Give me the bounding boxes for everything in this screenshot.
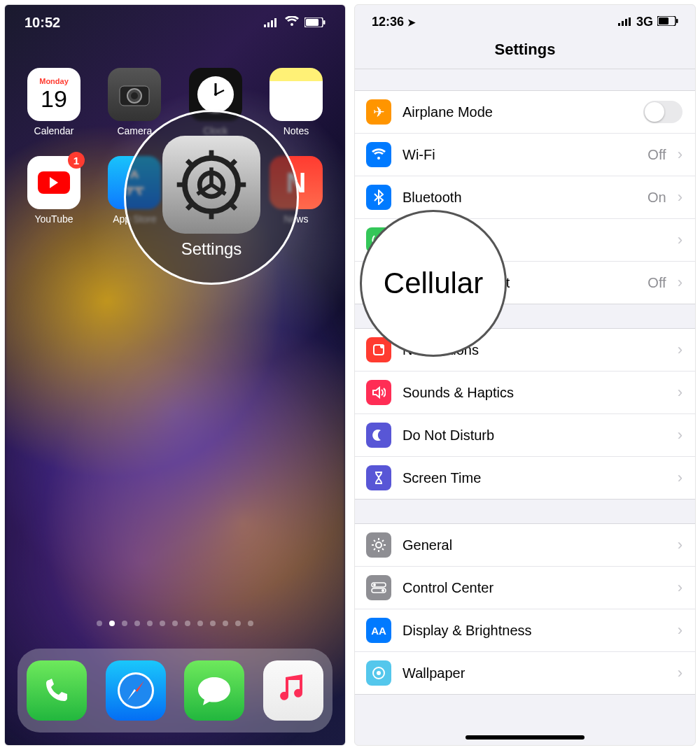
svg-line-35 — [187, 204, 192, 209]
cell-value: Off — [648, 275, 666, 291]
svg-point-65 — [382, 589, 384, 592]
svg-point-53 — [376, 542, 382, 548]
chevron-right-icon: › — [678, 426, 682, 444]
dock-phone[interactable] — [27, 660, 87, 721]
cell-control-center[interactable]: Control Center › — [355, 567, 695, 609]
cell-airplane[interactable]: ✈ Airplane Mode — [355, 91, 695, 134]
svg-line-58 — [374, 540, 375, 542]
page-dot[interactable] — [223, 621, 228, 626]
app-notes[interactable]: Notes — [268, 68, 324, 136]
toggle-airplane[interactable] — [643, 101, 682, 123]
cell-label: Screen Time — [402, 470, 666, 486]
dock-messages[interactable] — [184, 660, 244, 721]
cell-display[interactable]: AA Display & Brightness › — [355, 609, 695, 652]
cell-value: On — [648, 190, 666, 206]
sounds-icon — [366, 380, 391, 405]
cell-value: Off — [648, 147, 666, 163]
settings-group-general: General › Control Center › AA Display & … — [355, 523, 695, 695]
home-indicator[interactable] — [465, 735, 584, 740]
svg-rect-41 — [618, 23, 620, 26]
app-label: Camera — [117, 125, 152, 136]
app-calendar[interactable]: Monday 19 Calendar — [26, 68, 82, 136]
cell-label: Display & Brightness — [402, 623, 666, 639]
page-dot[interactable] — [197, 621, 203, 626]
cell-wallpaper[interactable]: Wallpaper › — [355, 652, 695, 694]
svg-rect-47 — [676, 19, 678, 23]
page-dot[interactable] — [185, 621, 190, 626]
callout-label: Settings — [181, 239, 242, 259]
page-dot[interactable] — [122, 621, 127, 626]
chevron-right-icon: › — [678, 579, 682, 597]
settings-icon — [162, 136, 260, 234]
network-label: 3G — [636, 15, 653, 29]
app-label: Calendar — [34, 125, 74, 136]
wifi-icon — [285, 15, 299, 31]
svg-point-67 — [377, 671, 381, 675]
svg-line-34 — [230, 204, 236, 209]
svg-rect-3 — [274, 18, 276, 27]
svg-rect-44 — [629, 17, 631, 26]
chevron-right-icon: › — [678, 146, 682, 164]
page-dot[interactable] — [235, 621, 241, 626]
cell-label: Sounds & Haptics — [402, 385, 666, 401]
status-bar: 10:52 — [5, 15, 345, 31]
app-camera[interactable]: Camera — [106, 68, 162, 136]
chevron-right-icon: › — [678, 341, 682, 359]
battery-icon — [304, 15, 326, 31]
page-dot[interactable] — [97, 621, 102, 626]
chevron-right-icon: › — [678, 621, 682, 639]
svg-rect-42 — [622, 21, 624, 26]
cell-label: Do Not Disturb — [402, 427, 666, 444]
home-screen: 10:52 Monday 19 Calendar — [4, 4, 346, 746]
moon-icon — [366, 423, 391, 448]
status-time: 10:52 — [24, 15, 60, 31]
app-youtube[interactable]: 1 YouTube — [26, 156, 82, 225]
page-dot[interactable] — [160, 621, 165, 626]
signal-icon — [618, 15, 632, 29]
cell-label: Bluetooth — [402, 190, 636, 206]
svg-point-9 — [131, 92, 138, 99]
svg-line-33 — [187, 160, 192, 166]
app-label: YouTube — [34, 213, 73, 225]
notes-icon — [270, 68, 323, 121]
cell-label: Control Center — [402, 580, 666, 596]
cell-general[interactable]: General › — [355, 524, 695, 567]
svg-line-36 — [230, 160, 236, 166]
cell-bluetooth[interactable]: Bluetooth On › — [355, 176, 695, 219]
svg-rect-46 — [659, 17, 668, 24]
svg-point-63 — [373, 583, 376, 586]
cell-label: General — [402, 537, 666, 553]
bluetooth-icon — [366, 185, 391, 210]
cell-dnd[interactable]: Do Not Disturb › — [355, 414, 695, 457]
camera-icon — [108, 68, 161, 121]
page-dot[interactable] — [109, 621, 115, 626]
page-dot[interactable] — [134, 621, 140, 626]
page-dot[interactable] — [172, 621, 178, 626]
svg-rect-0 — [264, 24, 266, 27]
callout-cellular: Cellular — [360, 210, 507, 357]
wifi-icon — [366, 142, 391, 167]
dock-music[interactable] — [263, 660, 323, 721]
toggle-icon — [366, 575, 391, 600]
settings-group-notifications: Notifications › Sounds & Haptics › Do No… — [355, 328, 695, 500]
dock-safari[interactable] — [106, 660, 166, 721]
chevron-right-icon: › — [678, 469, 682, 487]
battery-icon — [657, 15, 678, 29]
page-dot[interactable] — [147, 621, 153, 626]
chevron-right-icon: › — [678, 664, 682, 682]
svg-rect-2 — [271, 20, 273, 27]
cell-sounds[interactable]: Sounds & Haptics › — [355, 372, 695, 414]
cell-screentime[interactable]: Screen Time › — [355, 457, 695, 499]
page-title: Settings — [355, 34, 695, 69]
svg-rect-5 — [306, 19, 318, 26]
page-indicator[interactable] — [5, 621, 345, 626]
callout-label: Cellular — [384, 267, 483, 300]
svg-rect-6 — [323, 20, 326, 24]
cell-label: Wi-Fi — [402, 147, 636, 163]
page-dot[interactable] — [248, 621, 253, 626]
badge: 1 — [68, 152, 85, 169]
page-dot[interactable] — [210, 621, 216, 626]
cell-wifi[interactable]: Wi-Fi Off › — [355, 134, 695, 176]
dock — [18, 649, 332, 733]
app-label: Notes — [284, 125, 309, 136]
